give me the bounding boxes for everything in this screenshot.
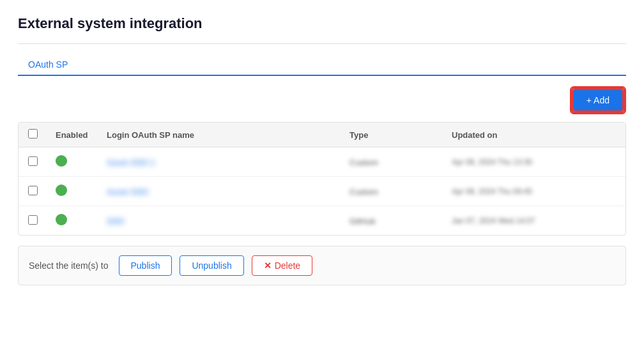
table-header-row: Enabled Login OAuth SP name Type Updated… xyxy=(19,123,625,147)
row-type: Custom xyxy=(349,158,378,167)
row-checkbox-cell xyxy=(19,177,47,206)
col-type: Type xyxy=(341,123,443,147)
row-date: Jan 07, 2024 Wed 14:07 xyxy=(452,216,535,225)
bottom-bar-label: Select the item(s) to xyxy=(29,260,109,271)
row-name-cell: Azure SSO 1 xyxy=(98,147,341,177)
row-updated-cell: Apr 08, 2024 Thu 13:30 xyxy=(443,147,625,177)
page-container: External system integration OAuth SP + A… xyxy=(0,0,644,339)
row-name-link[interactable]: Azure SSO 1 xyxy=(107,158,155,167)
bottom-action-bar: Select the item(s) to Publish Unpublish … xyxy=(18,246,626,285)
row-type-cell: Custom xyxy=(341,177,443,206)
table-container: Enabled Login OAuth SP name Type Updated… xyxy=(18,122,626,236)
tab-bar: OAuth SP xyxy=(18,54,626,76)
row-name-link[interactable]: SSO xyxy=(107,216,124,226)
row-checkbox[interactable] xyxy=(28,186,38,195)
row-type: GitHub xyxy=(349,216,375,226)
row-type-cell: GitHub xyxy=(341,206,443,236)
select-all-checkbox[interactable] xyxy=(28,129,38,139)
row-updated-cell: Apr 08, 2024 Thu 09:45 xyxy=(443,177,625,206)
row-checkbox[interactable] xyxy=(28,156,38,166)
row-type: Custom xyxy=(349,187,378,197)
unpublish-button[interactable]: Unpublish xyxy=(180,255,243,276)
row-date: Apr 08, 2024 Thu 13:30 xyxy=(452,158,532,167)
status-dot-enabled xyxy=(56,214,67,225)
table-row: Azure SSO 1 Custom Apr 08, 2024 Thu 13:3… xyxy=(19,147,625,177)
status-dot-enabled xyxy=(56,155,67,167)
row-checkbox-cell xyxy=(19,147,47,177)
page-title: External system integration xyxy=(18,15,626,32)
row-name-cell: Azure SSO xyxy=(98,177,341,206)
row-enabled-cell xyxy=(47,177,98,206)
row-enabled-cell xyxy=(47,206,98,236)
delete-button[interactable]: ✕ Delete xyxy=(252,255,312,276)
row-checkbox[interactable] xyxy=(28,215,38,225)
row-checkbox-cell xyxy=(19,206,47,236)
col-name: Login OAuth SP name xyxy=(98,123,341,147)
add-button[interactable]: + Add xyxy=(572,89,624,112)
add-button-wrapper: + Add xyxy=(570,86,626,114)
toolbar: + Add xyxy=(18,86,626,114)
row-date: Apr 08, 2024 Thu 09:45 xyxy=(452,187,532,196)
publish-button[interactable]: Publish xyxy=(119,255,172,276)
col-enabled: Enabled xyxy=(47,123,98,147)
delete-label: Delete xyxy=(275,260,300,271)
tab-oauth-sp[interactable]: OAuth SP xyxy=(18,54,78,76)
col-updated: Updated on xyxy=(443,123,625,147)
table-row: Azure SSO Custom Apr 08, 2024 Thu 09:45 xyxy=(19,177,625,206)
divider xyxy=(18,43,626,44)
row-type-cell: Custom xyxy=(341,147,443,177)
delete-x-icon: ✕ xyxy=(264,260,272,271)
status-dot-enabled xyxy=(56,185,67,196)
row-name-cell: SSO xyxy=(98,206,341,236)
col-checkbox xyxy=(19,123,47,147)
row-enabled-cell xyxy=(47,147,98,177)
row-updated-cell: Jan 07, 2024 Wed 14:07 xyxy=(443,206,625,236)
integrations-table: Enabled Login OAuth SP name Type Updated… xyxy=(19,123,625,235)
row-name-link[interactable]: Azure SSO xyxy=(107,187,148,197)
table-row: SSO GitHub Jan 07, 2024 Wed 14:07 xyxy=(19,206,625,236)
